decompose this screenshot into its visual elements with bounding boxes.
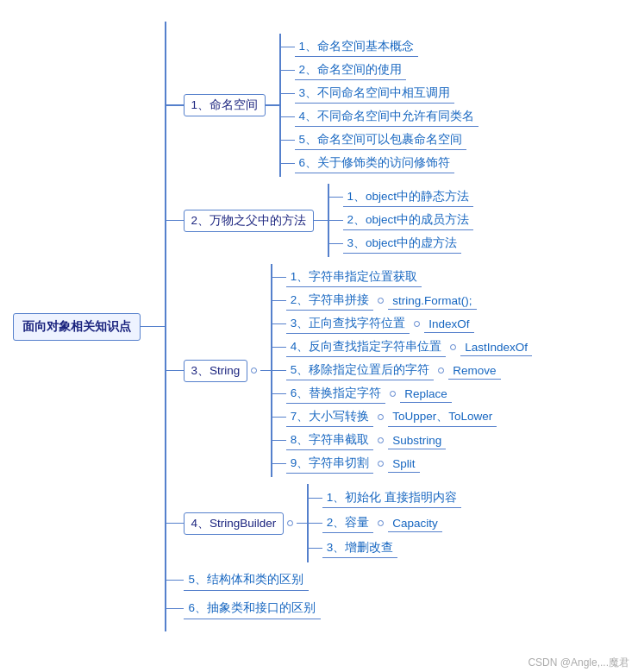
root-node: 面向对象相关知识点 xyxy=(13,313,141,341)
l1-item-sb: 4、StringBuilder 1、初始化 直接指明内容 xyxy=(166,484,533,562)
l2-item: 8、字符串截取 Substring xyxy=(272,430,532,450)
l2-item: 3、增删改查 xyxy=(309,538,461,558)
l2-item: 1、字符串指定位置获取 xyxy=(272,267,532,287)
l2-item: 6、替换指定字符 Replace xyxy=(272,384,532,404)
l2-item: 2、字符串拼接 string.Format(); xyxy=(272,291,532,311)
l2-item: 1、object中的静态方法 xyxy=(329,187,474,207)
l1-label-object: 2、万物之父中的方法 xyxy=(184,210,315,232)
l2-item: 3、不同命名空间中相互调用 xyxy=(281,84,479,104)
l2-item: 3、正向查找字符位置 IndexOf xyxy=(272,314,532,334)
l2-item: 6、关于修饰类的访问修饰符 xyxy=(281,154,479,173)
l1-item-string: 3、String 1、字符串指定位置获取 xyxy=(166,264,533,477)
l2-item: 9、字符串切割 Split xyxy=(272,454,532,474)
l2-item: 4、反向查找指定字符串位置 LastIndexOf xyxy=(272,337,532,357)
l1-label-namespace: 1、命名空间 xyxy=(184,94,266,116)
l1-item-struct: 5、结构体和类的区别 xyxy=(166,569,533,591)
l2-item: 5、移除指定位置后的字符 Remove xyxy=(272,361,532,380)
root-connector xyxy=(141,326,165,328)
l2-item: 1、命名空间基本概念 xyxy=(281,37,479,57)
watermark: CSDN @Angle,...魔君 xyxy=(528,656,629,670)
l1-item-object: 2、万物之父中的方法 1、object中的静态方法 2、object中的成员方法… xyxy=(166,184,533,257)
l2-item: 7、大小写转换 ToUpper、ToLower xyxy=(272,407,532,427)
l2-item: 2、命名空间的使用 xyxy=(281,60,479,80)
l2-item: 2、object中的成员方法 xyxy=(329,210,474,230)
l2-item: 2、容量 Capacity xyxy=(309,513,461,533)
l2-item: 3、object中的虚方法 xyxy=(329,234,474,254)
l1-label-string: 3、String xyxy=(184,360,248,382)
l1-item-namespace: 1、命名空间 1、命名空间基本概念 2、命名空间的使用 3、不同命名空间中相互调… xyxy=(166,34,533,177)
l1-item-abstract: 6、抽象类和接口的区别 xyxy=(166,598,533,619)
l1-label-sb: 4、StringBuilder xyxy=(184,512,285,535)
l2-item: 4、不同命名空间中允许有同类名 xyxy=(281,107,479,127)
l2-item: 5、命名空间可以包裹命名空间 xyxy=(281,130,479,150)
l2-item: 1、初始化 直接指明内容 xyxy=(309,488,461,508)
